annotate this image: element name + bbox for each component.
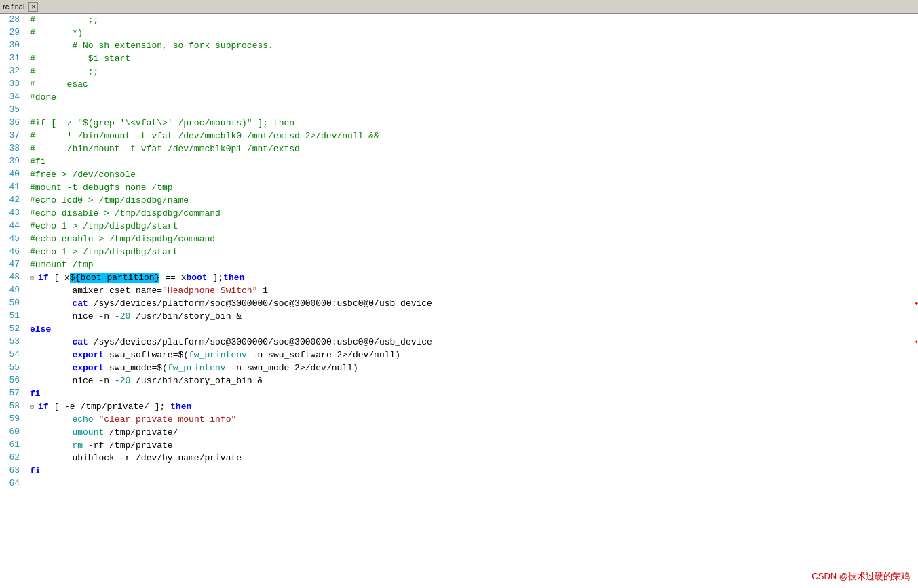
arrow-annotation: ←← [915,297,918,310]
title-bar-text: rc.final [3,3,24,11]
line-number: 41 [4,181,20,194]
code-line: # ;; [30,65,913,78]
code-line: #free > /dev/console [30,168,913,181]
line-number: 62 [4,452,20,465]
line-number: 56 [4,374,20,387]
line-number: 57 [4,387,20,400]
line-number: 60 [4,426,20,439]
code-line: cat /sys/devices/platform/soc@3000000/so… [30,297,913,310]
line-number: 48 [4,271,20,284]
code-line: # $i start [30,52,913,65]
code-area[interactable]: # ;;# *) # No sh extension, so fork subp… [24,14,918,588]
line-number: 64 [4,477,20,490]
code-line: #done [30,91,913,104]
line-number: 43 [4,207,20,220]
line-number: 49 [4,284,20,297]
line-number: 35 [4,104,20,117]
code-line: export swu_mode=$(fw_printenv -n swu_mod… [30,361,913,374]
editor-area: 2829303132333435363738394041424344454647… [0,14,918,588]
code-line: echo "clear private mount info" [30,413,913,426]
code-line: export swu_software=$(fw_printenv -n swu… [30,349,913,361]
line-number: 37 [4,130,20,142]
code-line: # /bin/mount -t vfat /dev/mmcblk0p1 /mnt… [30,142,913,155]
watermark: CSDN @技术过硬的荣鸡 [811,570,910,583]
line-number: 44 [4,220,20,233]
code-line: #echo enable > /tmp/dispdbg/command [30,233,913,246]
line-number: 42 [4,194,20,207]
line-number: 39 [4,155,20,168]
line-number: 30 [4,39,20,52]
code-line: #umount /tmp [30,258,913,271]
code-line: fi [30,387,913,400]
line-number: 53 [4,336,20,349]
line-number: 33 [4,78,20,91]
code-line: #echo disable > /tmp/dispdbg/command [30,207,913,220]
line-numbers: 2829303132333435363738394041424344454647… [0,14,24,588]
line-number: 34 [4,91,20,104]
line-number: 38 [4,142,20,155]
code-line: umount /tmp/private/ [30,426,913,439]
close-button[interactable]: ✕ [28,2,38,12]
line-number: 45 [4,233,20,246]
code-line: #fi [30,155,913,168]
code-line: ⊟if [ -e /tmp/private/ ]; then [30,400,913,413]
line-number: 28 [4,14,20,26]
title-bar: rc.final ✕ [0,0,918,14]
code-line: # esac [30,78,913,91]
code-line: #mount -t debugfs none /tmp [30,181,913,194]
code-line: #echo 1 > /tmp/dispdbg/start [30,220,913,233]
line-number: 63 [4,465,20,477]
code-line: ⊟if [ x${boot_partition} == xboot ];then [30,271,913,284]
line-number: 59 [4,413,20,426]
code-line: amixer cset name="Headphone Switch" 1 [30,284,913,297]
line-number: 61 [4,439,20,452]
line-number: 58 [4,400,20,413]
code-line: # ! /bin/mount -t vfat /dev/mmcblk0 /mnt… [30,130,913,142]
code-line: # ;; [30,14,913,26]
code-line: fi [30,465,913,477]
code-line: rm -rf /tmp/private [30,439,913,452]
line-number: 36 [4,117,20,130]
line-number: 31 [4,52,20,65]
code-line: #if [ -z "$(grep '\<vfat\>' /proc/mounts… [30,117,913,130]
arrow-annotation: ←← [915,336,918,349]
code-line [30,477,913,490]
code-line: cat /sys/devices/platform/soc@3000000/so… [30,336,913,349]
line-number: 40 [4,168,20,181]
line-number: 50 [4,297,20,310]
code-line: ubiblock -r /dev/by-name/private [30,452,913,465]
code-line: nice -n -20 /usr/bin/story_ota_bin & [30,374,913,387]
line-number: 29 [4,26,20,39]
line-number: 32 [4,65,20,78]
code-line: #echo lcd0 > /tmp/dispdbg/name [30,194,913,207]
code-line: #echo 1 > /tmp/dispdbg/start [30,246,913,258]
line-number: 54 [4,349,20,361]
line-number: 55 [4,361,20,374]
code-line: nice -n -20 /usr/bin/story_bin & [30,310,913,323]
code-line: # No sh extension, so fork subprocess. [30,39,913,52]
line-number: 52 [4,323,20,336]
line-number: 47 [4,258,20,271]
code-line [30,104,913,117]
line-number: 46 [4,246,20,258]
line-number: 51 [4,310,20,323]
code-line: else [30,323,913,336]
code-line: # *) [30,26,913,39]
